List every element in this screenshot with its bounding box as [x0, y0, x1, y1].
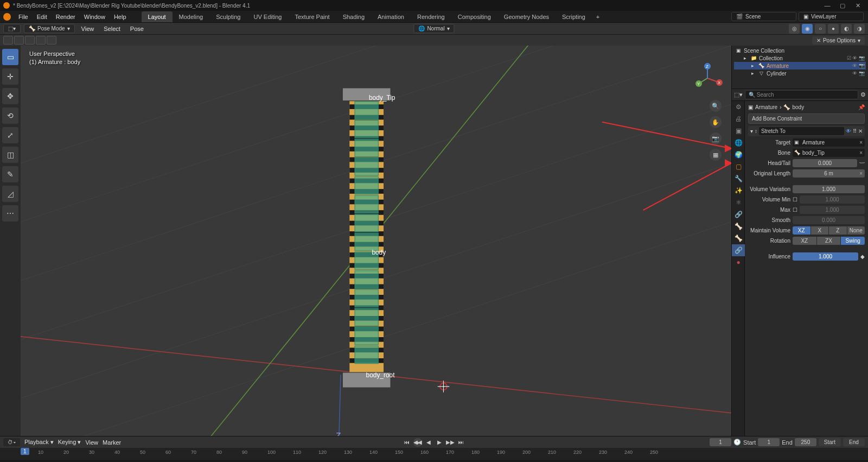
- tab-viewlayer-icon[interactable]: ▣: [732, 125, 745, 137]
- workspace-tab-geometry-nodes[interactable]: Geometry Nodes: [497, 11, 556, 22]
- tab-armature-icon[interactable]: 🦴: [732, 220, 745, 232]
- tool-scale[interactable]: ⤢: [2, 127, 18, 143]
- tab-world-icon[interactable]: 🌍: [732, 149, 745, 161]
- tab-physics-icon[interactable]: ⚛: [732, 197, 745, 208]
- extras-icon[interactable]: ⠿: [853, 128, 857, 134]
- workspace-tab-layout[interactable]: Layout: [142, 11, 173, 22]
- tool-transform[interactable]: ◫: [2, 147, 18, 163]
- delete-constraint-icon[interactable]: ✕: [858, 128, 863, 134]
- jump-end-icon[interactable]: ⏭: [456, 438, 466, 447]
- workspace-tab-texture-paint[interactable]: Texture Paint: [288, 11, 336, 22]
- checkbox-volmax[interactable]: ☐: [793, 207, 797, 213]
- volvar-field[interactable]: 1.000: [793, 185, 865, 193]
- workspace-tab-uv-editing[interactable]: UV Editing: [247, 11, 288, 22]
- window-close-button[interactable]: ✕: [854, 2, 861, 9]
- perspective-icon[interactable]: ▦: [710, 149, 722, 161]
- curve-icon[interactable]: 〰: [859, 160, 865, 166]
- play-reverse-icon[interactable]: ◀: [424, 438, 433, 447]
- mode-dropdown[interactable]: 🦴Pose Mode▾: [24, 24, 75, 33]
- viewport-shading-rendered[interactable]: ◑: [854, 24, 865, 34]
- seg-xz[interactable]: XZ: [793, 226, 810, 235]
- viewport-shading-solid[interactable]: ●: [828, 24, 839, 34]
- window-maximize-button[interactable]: ▢: [839, 2, 846, 9]
- select-invert-icon[interactable]: [25, 36, 35, 45]
- tab-output-icon[interactable]: 🖨: [732, 113, 745, 125]
- outliner-scene-collection[interactable]: ▣Scene Collection: [734, 47, 866, 54]
- tab-bone-icon[interactable]: 🦴: [732, 232, 745, 244]
- tab-render-icon[interactable]: ⚙: [732, 101, 745, 113]
- workspace-tab-rendering[interactable]: Rendering: [411, 11, 451, 22]
- workspace-tab-sculpting[interactable]: Sculpting: [209, 11, 247, 22]
- preview-end-field[interactable]: End: [843, 438, 865, 446]
- tab-constraint-object-icon[interactable]: 🔗: [732, 208, 745, 220]
- tab-material-icon[interactable]: ●: [732, 256, 745, 268]
- current-frame-field[interactable]: 1: [710, 438, 731, 446]
- select-extend-icon[interactable]: [14, 36, 24, 45]
- seg-rot-swing[interactable]: Swing: [841, 237, 865, 245]
- target-field[interactable]: ▣Armature: [793, 138, 865, 147]
- add-workspace-button[interactable]: +: [592, 11, 604, 22]
- select-subtract-icon[interactable]: [47, 36, 56, 45]
- tab-object-icon[interactable]: ▢: [732, 161, 745, 173]
- viewlayer-selector[interactable]: ▣ViewLayer: [799, 12, 864, 21]
- workspace-tab-shading[interactable]: Shading: [336, 11, 371, 22]
- seg-rot-zx[interactable]: ZX: [817, 237, 841, 245]
- props-type-dropdown[interactable]: ⬚▾: [734, 91, 743, 98]
- outliner[interactable]: ▣Scene Collection ▸📁Collection☑ 👁 📷 ▸🦴Ar…: [732, 46, 868, 89]
- blender-icon[interactable]: [3, 13, 11, 21]
- rotation-segmented[interactable]: XZ ZX Swing: [793, 237, 865, 245]
- timeline-keying[interactable]: Keying ▾: [58, 439, 81, 446]
- maintain-volume-segmented[interactable]: XZ X Z None: [793, 226, 865, 235]
- timeline-cursor[interactable]: 1: [21, 448, 29, 455]
- outliner-item-armature[interactable]: ▸🦴Armature👁 📷: [734, 62, 866, 69]
- pin-icon[interactable]: 📌: [858, 104, 865, 110]
- menu-pose[interactable]: Pose: [127, 26, 147, 32]
- select-box-icon[interactable]: [3, 36, 13, 45]
- add-bone-constraint-button[interactable]: Add Bone Constraint: [748, 113, 865, 124]
- viewport-shading-matpreview[interactable]: ◐: [841, 24, 852, 34]
- 3d-viewport[interactable]: User Perspective (1) Armature : body Z: [21, 46, 731, 436]
- workspace-tab-modeling[interactable]: Modeling: [173, 11, 210, 22]
- timeline-track[interactable]: 1 10203040506070809010011012013014015016…: [0, 448, 868, 460]
- tool-annotate[interactable]: ✎: [2, 166, 18, 182]
- tool-measure[interactable]: ◿: [2, 186, 18, 202]
- tool-more[interactable]: ⋯: [2, 205, 18, 221]
- seg-z[interactable]: Z: [829, 226, 847, 235]
- clock-icon[interactable]: 🕐: [733, 439, 741, 446]
- tab-bone-constraint-icon[interactable]: 🔗: [732, 244, 745, 256]
- viewport-gizmo-toggle[interactable]: ◎: [789, 24, 800, 34]
- menu-render[interactable]: Render: [52, 14, 80, 20]
- properties-search-input[interactable]: 🔍 Search: [745, 90, 858, 99]
- expand-icon[interactable]: ▾: [750, 128, 753, 134]
- workspace-tab-compositing[interactable]: Compositing: [451, 11, 497, 22]
- outliner-collection[interactable]: ▸📁Collection☑ 👁 📷: [734, 54, 866, 62]
- viewport-overlay-toggle[interactable]: ◉: [802, 24, 813, 34]
- checkbox-volmin[interactable]: ☐: [793, 197, 797, 202]
- menu-view[interactable]: View: [78, 26, 98, 32]
- constraint-name-field[interactable]: Stretch To: [759, 127, 844, 135]
- pose-options-dropdown[interactable]: ✕Pose Options▾: [812, 36, 865, 45]
- menu-file[interactable]: File: [14, 14, 33, 20]
- menu-window[interactable]: Window: [80, 14, 110, 20]
- tab-particles-icon[interactable]: ✨: [732, 185, 745, 197]
- menu-help[interactable]: Help: [110, 14, 131, 20]
- window-minimize-button[interactable]: —: [824, 2, 831, 9]
- menu-select[interactable]: Select: [100, 26, 124, 32]
- timeline-marker[interactable]: Marker: [103, 439, 121, 446]
- tool-move[interactable]: ✥: [2, 88, 18, 104]
- workspace-tab-animation[interactable]: Animation: [371, 11, 411, 22]
- tab-scene-icon[interactable]: 🌐: [732, 137, 745, 149]
- keyframe-icon[interactable]: ◆: [860, 254, 865, 260]
- seg-rot-xz[interactable]: XZ: [793, 237, 816, 245]
- end-frame-field[interactable]: 250: [795, 438, 816, 446]
- camera-icon[interactable]: 📷: [710, 132, 722, 144]
- timeline-view[interactable]: View: [85, 439, 98, 446]
- seg-none[interactable]: None: [847, 226, 865, 235]
- workspace-tab-scripting[interactable]: Scripting: [556, 11, 592, 22]
- zoom-icon[interactable]: 🔍: [710, 100, 722, 112]
- start-frame-field[interactable]: 1: [758, 438, 780, 446]
- nav-gizmo[interactable]: X Y Z: [691, 62, 724, 94]
- orientation-dropdown[interactable]: 🌐Normal▾: [413, 24, 454, 33]
- timeline-editor-dropdown[interactable]: ⏱▾: [3, 438, 20, 446]
- origlen-field[interactable]: 6 m: [793, 169, 865, 178]
